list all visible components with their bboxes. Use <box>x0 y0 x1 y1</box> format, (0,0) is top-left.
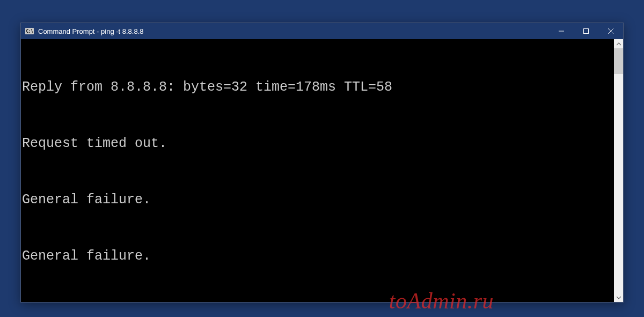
command-prompt-window: C:\ Command Prompt - ping -t 8.8.8.8 Rep… <box>20 23 624 303</box>
console-line: General failure. <box>22 190 614 209</box>
console-line: Request timed out. <box>22 134 614 153</box>
maximize-icon <box>583 28 589 34</box>
console-line: Reply from 8.8.8.8: bytes=32 time=178ms … <box>22 78 614 97</box>
scrollbar-down-button[interactable] <box>614 293 623 302</box>
console-area: Reply from 8.8.8.8: bytes=32 time=178ms … <box>21 39 623 302</box>
minimize-button[interactable] <box>549 23 574 39</box>
chevron-up-icon <box>617 42 621 46</box>
cmd-icon: C:\ <box>25 28 34 34</box>
window-controls <box>549 23 623 39</box>
scrollbar-track[interactable] <box>614 48 623 293</box>
maximize-button[interactable] <box>574 23 598 39</box>
console-line: General failure. <box>22 247 614 266</box>
titlebar[interactable]: C:\ Command Prompt - ping -t 8.8.8.8 <box>21 23 623 39</box>
vertical-scrollbar[interactable] <box>614 39 623 302</box>
scrollbar-up-button[interactable] <box>614 39 623 48</box>
chevron-down-icon <box>617 296 621 300</box>
console-output[interactable]: Reply from 8.8.8.8: bytes=32 time=178ms … <box>21 39 614 302</box>
close-icon <box>608 28 613 34</box>
svg-rect-1 <box>584 29 589 34</box>
window-title: Command Prompt - ping -t 8.8.8.8 <box>38 27 549 35</box>
close-button[interactable] <box>598 23 623 39</box>
minimize-icon <box>559 28 564 34</box>
scrollbar-thumb[interactable] <box>614 48 623 74</box>
